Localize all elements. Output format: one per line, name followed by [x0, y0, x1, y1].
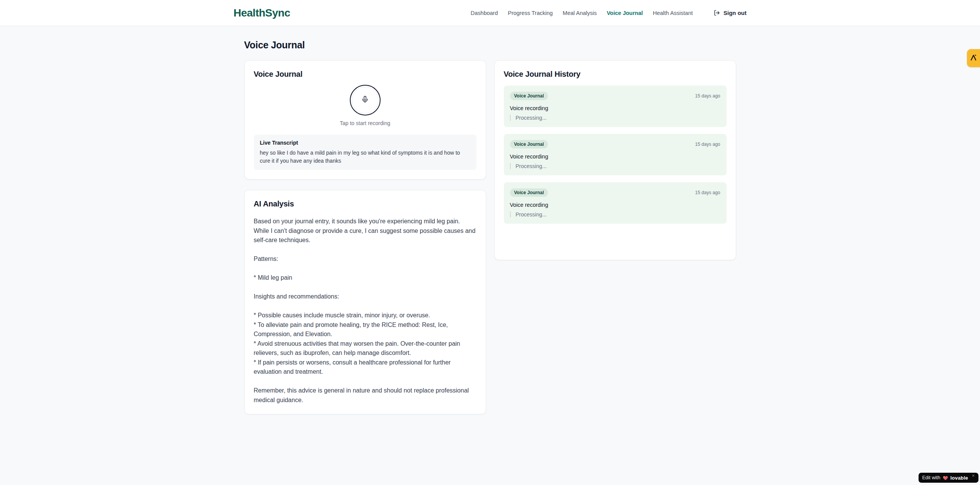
voice-journal-history-card: Voice Journal History Voice Journal 15 d… — [494, 60, 736, 260]
sign-out-button[interactable]: Sign out — [713, 10, 747, 16]
ai-analysis-title: AI Analysis — [254, 200, 477, 208]
live-transcript-box: Live Transcript hey so like I do have a … — [254, 135, 477, 170]
header: HealthSync Dashboard Progress Tracking M… — [0, 0, 980, 26]
history-item-time: 15 days ago — [695, 93, 720, 99]
history-item-badge: Voice Journal — [510, 188, 548, 197]
history-item-status: Processing... — [510, 163, 720, 169]
history-item-title: Voice recording — [510, 153, 720, 160]
history-item[interactable]: Voice Journal 15 days ago Voice recordin… — [504, 134, 727, 175]
history-item-status: Processing... — [510, 211, 720, 218]
main-nav: Dashboard Progress Tracking Meal Analysi… — [471, 10, 747, 16]
history-item-title: Voice recording — [510, 105, 720, 111]
history-item-status: Processing... — [510, 115, 720, 121]
floating-assistant-button[interactable] — [967, 49, 980, 67]
history-item[interactable]: Voice Journal 15 days ago Voice recordin… — [504, 182, 727, 224]
nav-meal-analysis[interactable]: Meal Analysis — [563, 10, 597, 16]
heart-gradient-icon — [943, 475, 948, 480]
edit-badge-brand: lovable — [950, 475, 968, 481]
live-transcript-text: hey so like I do have a mild pain in my … — [260, 149, 470, 165]
live-transcript-title: Live Transcript — [260, 140, 470, 146]
app-logo[interactable]: HealthSync — [233, 7, 290, 19]
edit-badge-prefix: Edit with — [922, 475, 940, 480]
history-card-title: Voice Journal History — [504, 70, 727, 79]
nav-progress-tracking[interactable]: Progress Tracking — [508, 10, 553, 16]
right-column: Voice Journal History Voice Journal 15 d… — [494, 60, 736, 260]
ai-analysis-card: AI Analysis Based on your journal entry,… — [244, 190, 486, 414]
recorder-card-title: Voice Journal — [254, 70, 477, 79]
nav-health-assistant[interactable]: Health Assistant — [653, 10, 693, 16]
logout-icon — [713, 10, 720, 16]
record-button[interactable] — [350, 85, 381, 115]
lambda-logo-icon — [969, 53, 978, 63]
microphone-icon — [361, 96, 369, 105]
voice-recorder-card: Voice Journal Tap to start recording — [244, 60, 486, 180]
history-item-badge: Voice Journal — [510, 92, 548, 100]
sign-out-label: Sign out — [723, 10, 747, 16]
edit-with-lovable-badge[interactable]: Edit with lovable × — [919, 473, 978, 483]
history-item-title: Voice recording — [510, 202, 720, 208]
nav-voice-journal[interactable]: Voice Journal — [607, 10, 643, 16]
history-item[interactable]: Voice Journal 15 days ago Voice recordin… — [504, 86, 727, 127]
history-item-time: 15 days ago — [695, 142, 720, 147]
main-content: Voice Journal Voice Journal — [244, 26, 736, 414]
history-item-time: 15 days ago — [695, 190, 720, 195]
ai-analysis-body: Based on your journal entry, it sounds l… — [254, 217, 477, 405]
record-hint: Tap to start recording — [254, 120, 477, 126]
nav-dashboard[interactable]: Dashboard — [471, 10, 498, 16]
close-icon[interactable]: × — [972, 473, 975, 478]
history-item-badge: Voice Journal — [510, 140, 548, 148]
page-title: Voice Journal — [244, 40, 736, 51]
left-column: Voice Journal Tap to start recording — [244, 60, 486, 414]
